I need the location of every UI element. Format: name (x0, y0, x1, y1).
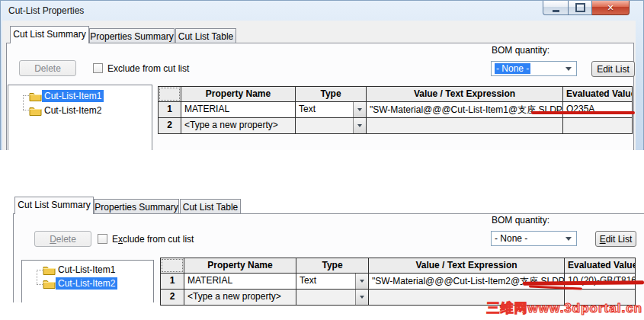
bom-quantity-combobox[interactable]: - None - (491, 231, 577, 246)
exclude-label: Exclude from cut list (107, 63, 189, 74)
tree-connector (23, 95, 29, 96)
exclude-label: Exclude from cut list (112, 234, 194, 245)
tree-item-cut-list-item2[interactable]: Cut-List-Item2 (29, 104, 104, 117)
col-header-value: Value / Text Expression (367, 87, 563, 102)
minimize-icon (553, 10, 559, 12)
table-corner-cell[interactable] (159, 87, 181, 102)
chevron-down-icon (566, 237, 572, 241)
tab-cut-list-table[interactable]: Cut List Table (175, 28, 236, 43)
close-button[interactable]: ✕ (592, 1, 630, 15)
watermark-text: 三维网www.3dportal.cn (457, 299, 642, 317)
minimize-button[interactable] (543, 1, 568, 15)
type-value: Text (296, 274, 355, 289)
folder-icon (43, 278, 56, 289)
tab-cut-list-table[interactable]: Cut List Table (180, 199, 241, 213)
type-cell[interactable] (296, 290, 369, 306)
type-dropdown-button[interactable] (355, 274, 368, 289)
row-number[interactable]: 2 (159, 118, 181, 134)
chevron-down-icon (566, 67, 572, 71)
chevron-down-icon (360, 280, 364, 283)
property-name-cell[interactable]: MATERIAL (184, 274, 296, 290)
properties-table: Property Name Type Value / Text Expressi… (158, 86, 633, 134)
page-root: Cut-List Properties ✕ Cut List Summary P… (0, 0, 644, 320)
col-header-property-name: Property Name (181, 87, 296, 102)
col-header-property-name: Property Name (184, 258, 296, 274)
tree-connector (37, 270, 37, 284)
type-dropdown-button[interactable] (353, 102, 366, 117)
tab-properties-summary[interactable]: Properties Summary (89, 28, 175, 43)
tree-item-cut-list-item1[interactable]: Cut-List-Item1 (43, 264, 117, 276)
bom-quantity-value: - None - (495, 233, 527, 244)
type-cell[interactable]: Text (296, 274, 369, 290)
property-name-cell[interactable]: <Type a new property> (181, 118, 296, 134)
type-cell[interactable] (296, 118, 367, 134)
tree-item-label: Cut-List-Item1 (42, 90, 104, 102)
property-name-cell[interactable]: MATERIAL (181, 102, 296, 118)
row-number[interactable]: 1 (159, 102, 181, 118)
tree-connector (23, 110, 29, 110)
type-dropdown-button[interactable] (353, 118, 366, 133)
chevron-down-icon (357, 108, 362, 111)
tree-item-cut-list-item1[interactable]: Cut-List-Item1 (29, 90, 104, 102)
col-header-value: Value / Text Expression (369, 258, 565, 274)
col-header-evaluated: Evaluated Value (565, 258, 636, 274)
close-icon: ✕ (607, 3, 614, 13)
bom-quantity-label: BOM quantity: (492, 45, 549, 56)
tree-connector (23, 95, 24, 110)
row-number[interactable]: 1 (161, 274, 184, 290)
evaluated-value-cell[interactable] (563, 118, 633, 134)
bom-quantity-combobox[interactable]: - None - (491, 61, 577, 76)
tab-properties-summary[interactable]: Properties Summary (94, 199, 179, 213)
tree-item-label: Cut-List-Item1 (56, 264, 117, 276)
type-value: Text (296, 102, 353, 117)
delete-button[interactable]: Delete (34, 231, 91, 247)
tree-connector (37, 284, 43, 285)
tab-cut-list-summary[interactable]: Cut List Summary (10, 26, 89, 43)
tree-item-cut-list-item2[interactable]: Cut-List-Item2 (43, 277, 117, 290)
col-header-type: Type (296, 87, 367, 102)
cut-list-tree: Cut-List-Item1 Cut-List-Item2 (21, 260, 154, 302)
edit-list-button[interactable]: Edit List (591, 61, 635, 77)
window-controls: ✕ (543, 1, 630, 15)
delete-button[interactable]: Delete (19, 60, 76, 76)
tree-connector (37, 270, 43, 270)
value-expression-cell[interactable] (367, 118, 563, 134)
bom-quantity-value: - None - (495, 63, 530, 74)
type-dropdown-button[interactable] (355, 290, 368, 305)
exclude-checkbox[interactable] (93, 63, 103, 73)
chevron-down-icon (357, 124, 362, 127)
row-number[interactable]: 2 (161, 290, 184, 306)
col-header-type: Type (296, 258, 369, 274)
edit-list-button[interactable]: Edit List (595, 231, 636, 247)
evaluated-value-cell[interactable]: Q235A (563, 102, 633, 118)
type-cell[interactable]: Text (296, 102, 367, 118)
tree-item-label: Cut-List-Item2 (56, 277, 117, 290)
table-corner-cell[interactable] (161, 258, 184, 274)
maximize-button[interactable] (568, 1, 592, 15)
window-title: Cut-List Properties (8, 5, 84, 16)
cut-list-tree: Cut-List-Item1 Cut-List-Item2 (8, 85, 152, 150)
folder-icon (29, 105, 42, 116)
col-header-evaluated: Evaluated Value (563, 87, 633, 102)
property-name-cell[interactable]: <Type a new property> (184, 290, 296, 306)
tab-cut-list-summary[interactable]: Cut List Summary (14, 197, 94, 214)
exclude-checkbox[interactable] (98, 234, 107, 244)
value-expression-cell[interactable]: "SW-Material@@@Cut-List-Item1@支座.SLDP (367, 102, 563, 118)
folder-icon (29, 91, 42, 101)
folder-icon (43, 264, 56, 275)
maximize-icon (575, 3, 585, 12)
red-underline-annotation (531, 111, 635, 114)
bom-quantity-label: BOM quantity: (492, 215, 549, 226)
chevron-down-icon (360, 296, 364, 299)
tree-item-label: Cut-List-Item2 (42, 104, 104, 117)
